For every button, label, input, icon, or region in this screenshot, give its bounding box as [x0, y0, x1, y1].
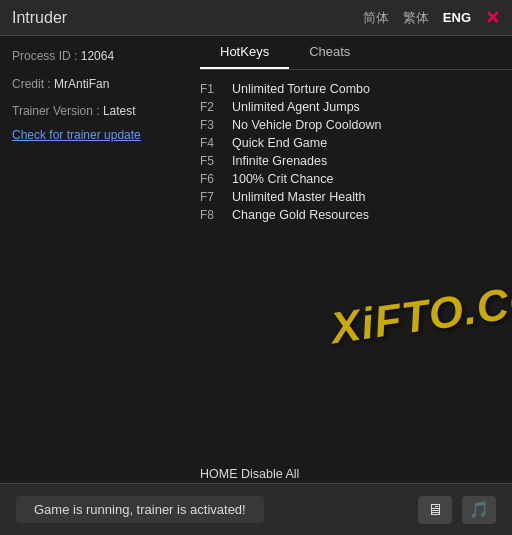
cheat-desc: Quick End Game — [232, 136, 327, 150]
cheat-desc: No Vehicle Drop Cooldown — [232, 118, 381, 132]
cheat-desc: Unlimited Agent Jumps — [232, 100, 360, 114]
cheat-row: F2 Unlimited Agent Jumps — [200, 98, 512, 116]
credit-row: Credit : MrAntiFan — [12, 74, 188, 96]
status-bar: Game is running, trainer is activated! 🖥… — [0, 483, 512, 535]
main-area: INTRUDER — [0, 36, 512, 483]
cheat-row: F6 100% Crit Chance — [200, 170, 512, 188]
close-button[interactable]: ✕ — [485, 9, 500, 27]
cheat-desc: 100% Crit Chance — [232, 172, 333, 186]
status-message: Game is running, trainer is activated! — [16, 496, 264, 523]
cheat-row: F3 No Vehicle Drop Cooldown — [200, 116, 512, 134]
lang-english-btn[interactable]: ENG — [443, 10, 471, 25]
cheat-key: F6 — [200, 172, 224, 186]
title-bar: Intruder 简体 繁体 ENG ✕ — [0, 0, 512, 36]
cheat-desc: Unlimited Master Health — [232, 190, 365, 204]
credit-label: Credit : — [12, 77, 51, 91]
cheat-desc: Unlimited Torture Combo — [232, 82, 370, 96]
left-info: Process ID : 12064 Credit : MrAntiFan Tr… — [0, 36, 200, 156]
right-column: HotKeys Cheats F1 Unlimited Torture Comb… — [200, 36, 512, 483]
cheat-key: F7 — [200, 190, 224, 204]
status-icons: 🖥 🎵 — [418, 496, 496, 524]
cheat-key: F4 — [200, 136, 224, 150]
cheat-desc: Change Gold Resources — [232, 208, 369, 222]
cheat-key: F3 — [200, 118, 224, 132]
trainer-value: Latest — [103, 104, 136, 118]
monitor-icon[interactable]: 🖥 — [418, 496, 452, 524]
cheat-row: F7 Unlimited Master Health — [200, 188, 512, 206]
music-icon[interactable]: 🎵 — [462, 496, 496, 524]
process-value: 12064 — [81, 49, 114, 63]
cheat-list: F1 Unlimited Torture ComboF2 Unlimited A… — [200, 80, 512, 457]
cheat-key: F2 — [200, 100, 224, 114]
lang-traditional-btn[interactable]: 繁体 — [403, 9, 429, 27]
cheat-key: F8 — [200, 208, 224, 222]
process-id-row: Process ID : 12064 — [12, 46, 188, 68]
trainer-version-row: Trainer Version : Latest — [12, 101, 188, 123]
tab-cheats[interactable]: Cheats — [289, 36, 370, 69]
cheat-key: F1 — [200, 82, 224, 96]
cheat-row: F5 Infinite Grenades — [200, 152, 512, 170]
tab-hotkeys[interactable]: HotKeys — [200, 36, 289, 69]
trainer-label: Trainer Version : — [12, 104, 100, 118]
cheat-desc: Infinite Grenades — [232, 154, 327, 168]
cheat-row: F1 Unlimited Torture Combo — [200, 80, 512, 98]
trainer-update-link[interactable]: Check for trainer update — [12, 128, 141, 142]
lang-simple-btn[interactable]: 简体 — [363, 9, 389, 27]
left-column: INTRUDER — [0, 36, 200, 483]
credit-value: MrAntiFan — [54, 77, 109, 91]
process-label: Process ID : — [12, 49, 77, 63]
window-title: Intruder — [12, 9, 67, 27]
cheat-key: F5 — [200, 154, 224, 168]
cheat-row: F8 Change Gold Resources — [200, 206, 512, 224]
home-disable: HOME Disable All — [200, 465, 512, 483]
title-bar-right: 简体 繁体 ENG ✕ — [363, 9, 500, 27]
cheat-row: F4 Quick End Game — [200, 134, 512, 152]
tabs-container: HotKeys Cheats — [200, 36, 512, 70]
